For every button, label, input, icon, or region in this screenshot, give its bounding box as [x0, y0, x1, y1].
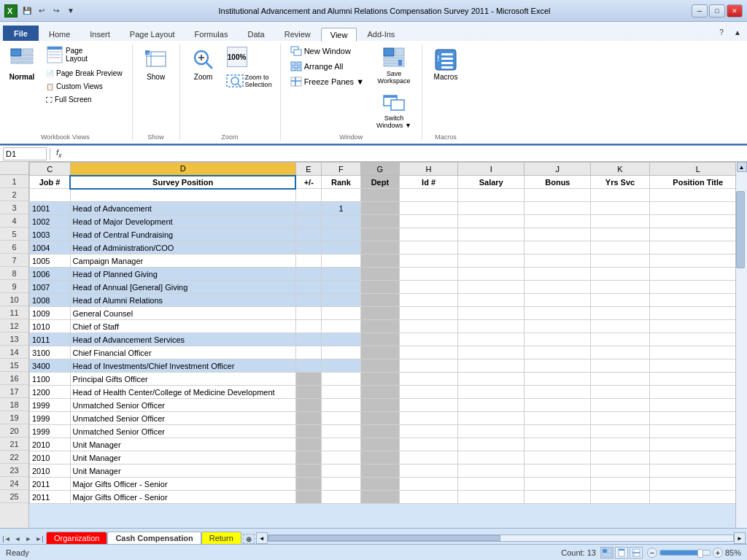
- cell-E9[interactable]: [295, 281, 322, 294]
- col-header-J[interactable]: J: [525, 163, 591, 176]
- cell-F14[interactable]: [322, 346, 360, 359]
- cell-K9[interactable]: [591, 281, 649, 294]
- row-num-15[interactable]: 15: [0, 359, 28, 372]
- cell-F2[interactable]: [322, 189, 360, 202]
- cell-L20[interactable]: [649, 425, 746, 438]
- cell-K6[interactable]: [591, 241, 649, 254]
- cell-E11[interactable]: [295, 307, 322, 320]
- row-num-18[interactable]: 18: [0, 398, 28, 411]
- vertical-scrollbar[interactable]: ▲ ▼: [735, 162, 747, 560]
- btn-show[interactable]: ✓ Show: [139, 44, 174, 84]
- cell-D21[interactable]: Unit Manager: [70, 438, 295, 451]
- cell-F25[interactable]: [322, 491, 360, 504]
- cell-F15[interactable]: [322, 359, 360, 373]
- scroll-up-btn[interactable]: ▲: [737, 162, 747, 172]
- btn-new-window[interactable]: New Window: [287, 44, 368, 58]
- cell-K4[interactable]: [591, 215, 649, 228]
- cell-E22[interactable]: [295, 451, 322, 464]
- sheet-nav-next[interactable]: ►: [23, 534, 34, 544]
- cell-G19[interactable]: [360, 412, 399, 425]
- cell-E21[interactable]: [295, 438, 322, 451]
- cell-F16[interactable]: [322, 373, 360, 386]
- cell-D9[interactable]: Head of Annual [General] Giving: [70, 281, 295, 294]
- cell-E14[interactable]: [295, 346, 322, 359]
- insert-sheet-btn[interactable]: ⊕: [243, 534, 255, 544]
- cell-L25[interactable]: [649, 491, 746, 504]
- cell-I1[interactable]: Salary: [458, 176, 525, 189]
- zoom-plus-btn[interactable]: +: [713, 548, 723, 558]
- cell-L24[interactable]: [649, 478, 746, 491]
- cell-C19[interactable]: 1999: [30, 412, 71, 425]
- row-num-3[interactable]: 3: [0, 201, 28, 214]
- cell-G20[interactable]: [360, 425, 399, 438]
- cell-L1[interactable]: Position Title: [649, 176, 746, 189]
- cell-F8[interactable]: [322, 268, 360, 281]
- cell-F10[interactable]: [322, 294, 360, 307]
- redo-btn[interactable]: ↪: [50, 4, 63, 18]
- cell-G2[interactable]: [360, 189, 399, 202]
- cell-C14[interactable]: 3100: [30, 346, 71, 359]
- cell-H9[interactable]: [400, 281, 458, 294]
- undo-btn[interactable]: ↩: [35, 4, 48, 18]
- cell-G24[interactable]: [360, 478, 399, 491]
- cell-H1[interactable]: Id #: [400, 176, 458, 189]
- cell-C12[interactable]: 1010: [30, 320, 71, 333]
- zoom-percentage[interactable]: 85%: [725, 548, 741, 557]
- cell-J21[interactable]: [525, 438, 591, 451]
- cell-I3[interactable]: [458, 202, 525, 215]
- row-num-4[interactable]: 4: [0, 214, 28, 228]
- sheet-tab-return[interactable]: Return: [201, 532, 241, 544]
- cell-D18[interactable]: Unmatched Senior Officer: [70, 399, 295, 412]
- cell-D10[interactable]: Head of Alumni Relations: [70, 294, 295, 307]
- col-header-I[interactable]: I: [458, 163, 525, 176]
- cell-D22[interactable]: Unit Manager: [70, 451, 295, 464]
- row-num-6[interactable]: 6: [0, 241, 28, 254]
- row-num-9[interactable]: 9: [0, 280, 28, 293]
- cell-J23[interactable]: [525, 464, 591, 478]
- cell-C9[interactable]: 1007: [30, 281, 71, 294]
- cell-E12[interactable]: [295, 320, 322, 333]
- cell-K11[interactable]: [591, 307, 649, 320]
- cell-C7[interactable]: 1005: [30, 254, 71, 268]
- cell-D19[interactable]: Unmatched Senior Officer: [70, 412, 295, 425]
- cell-G12[interactable]: [360, 320, 399, 333]
- cell-J2[interactable]: [525, 189, 591, 202]
- cell-H18[interactable]: [400, 399, 458, 412]
- cell-C2[interactable]: [30, 189, 71, 202]
- cell-H8[interactable]: [400, 268, 458, 281]
- cell-D24[interactable]: Major Gifts Officer - Senior: [70, 478, 295, 491]
- cell-I10[interactable]: [458, 294, 525, 307]
- cell-H14[interactable]: [400, 346, 458, 359]
- cell-D3[interactable]: Head of Advancement: [70, 202, 295, 215]
- cell-C22[interactable]: 2010: [30, 451, 71, 464]
- cell-J5[interactable]: [525, 228, 591, 241]
- cell-L2[interactable]: [649, 189, 746, 202]
- cell-G21[interactable]: [360, 438, 399, 451]
- tab-formulas[interactable]: Formulas: [185, 27, 238, 41]
- cell-K8[interactable]: [591, 268, 649, 281]
- customize-btn[interactable]: ▼: [64, 4, 77, 18]
- btn-zoom-to-selection[interactable]: Zoom toSelection: [224, 71, 274, 90]
- cell-G6[interactable]: [360, 241, 399, 254]
- cell-F22[interactable]: [322, 451, 360, 464]
- cell-E23[interactable]: [295, 464, 322, 478]
- cell-G18[interactable]: [360, 399, 399, 412]
- horizontal-scrollbar[interactable]: ◄ ►: [255, 532, 747, 544]
- scroll-thumb[interactable]: [736, 191, 745, 268]
- cell-J3[interactable]: [525, 202, 591, 215]
- cell-E13[interactable]: [295, 333, 322, 346]
- cell-I6[interactable]: [458, 241, 525, 254]
- view-page-layout-btn[interactable]: [615, 547, 628, 559]
- cell-K16[interactable]: [591, 373, 649, 386]
- row-num-19[interactable]: 19: [0, 411, 28, 424]
- cell-J1[interactable]: Bonus: [525, 176, 591, 189]
- cell-G4[interactable]: [360, 215, 399, 228]
- row-num-25[interactable]: 25: [0, 490, 28, 503]
- cell-J20[interactable]: [525, 425, 591, 438]
- cell-F17[interactable]: [322, 386, 360, 399]
- cell-J7[interactable]: [525, 254, 591, 268]
- sheet-nav-prev[interactable]: ◄: [12, 534, 23, 544]
- cell-J16[interactable]: [525, 373, 591, 386]
- cell-K21[interactable]: [591, 438, 649, 451]
- cell-I18[interactable]: [458, 399, 525, 412]
